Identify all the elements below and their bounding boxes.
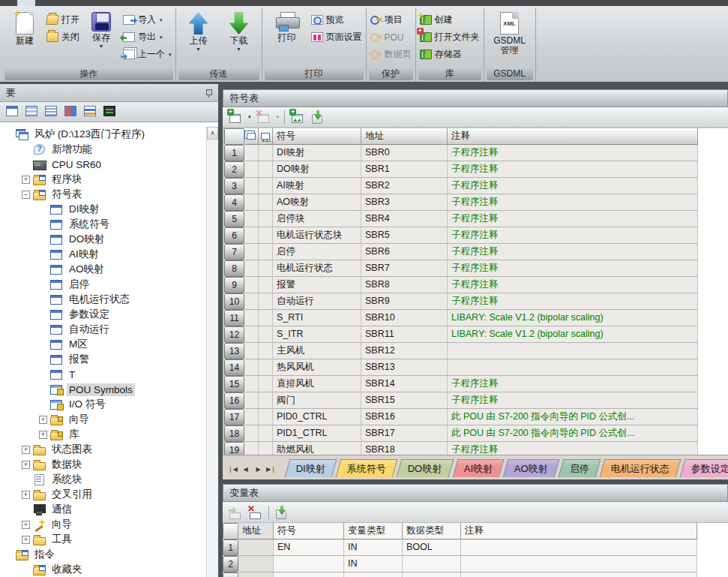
preview-button[interactable]: 预览: [311, 13, 362, 27]
symbol-cell[interactable]: 助燃风机: [273, 442, 361, 455]
symbol-table-tab[interactable]: AI映射: [452, 459, 504, 477]
comment-cell[interactable]: 子程序注释: [448, 244, 698, 260]
save-dropdown-arrow[interactable]: ▼: [99, 44, 104, 49]
address-cell[interactable]: SBR14: [361, 376, 448, 392]
symbol-cell[interactable]: S_ITR: [273, 326, 361, 343]
address-cell[interactable]: SBR2: [361, 178, 448, 194]
address-cell[interactable]: SBR7: [361, 260, 448, 277]
insert-row-icon[interactable]: [228, 506, 243, 519]
symbol-flag-cell[interactable]: [259, 178, 273, 194]
row-number[interactable]: 9: [224, 277, 244, 293]
comment-cell[interactable]: 子程序注释: [448, 392, 698, 409]
symbol-flag-cell[interactable]: [259, 310, 273, 326]
tree-scrollbar[interactable]: ∧: [206, 127, 218, 577]
comment-cell[interactable]: 子程序注释: [448, 227, 698, 244]
symbol-flag-cell[interactable]: [244, 227, 259, 244]
print-button[interactable]: 打印: [266, 10, 308, 43]
symbol-cell[interactable]: 电机运行状态: [273, 260, 361, 277]
symbol-cell[interactable]: 电机运行状态块: [273, 227, 361, 244]
pin-icon[interactable]: [205, 89, 212, 98]
address-cell[interactable]: SBR18: [361, 442, 448, 455]
expand-plus-icon[interactable]: +: [39, 431, 47, 439]
collapse-minus-icon[interactable]: −: [22, 191, 30, 199]
tab-last-button[interactable]: ▶❘: [265, 463, 277, 476]
address-cell[interactable]: SBR1: [361, 161, 448, 178]
download-dropdown-arrow[interactable]: ▼: [236, 47, 241, 52]
address-cell[interactable]: SBR17: [361, 425, 448, 442]
var-type-cell[interactable]: IN: [344, 539, 403, 556]
tree-item[interactable]: +向导: [0, 517, 218, 532]
comment-cell[interactable]: 子程序注释: [448, 194, 698, 211]
tab-previous-button[interactable]: ◀: [240, 463, 251, 476]
symbol-flag-cell[interactable]: [244, 425, 259, 442]
symbol-flag-cell[interactable]: [244, 392, 259, 409]
tree-item[interactable]: 自动运行: [0, 322, 218, 337]
tree-item[interactable]: 报警: [0, 352, 218, 367]
symbol-flag-cell[interactable]: [259, 376, 273, 392]
tree-item[interactable]: DO映射: [0, 232, 218, 247]
address-cell[interactable]: [238, 556, 274, 572]
tree-item[interactable]: 系统符号: [0, 217, 218, 232]
symbol-flag-cell[interactable]: [244, 178, 259, 194]
comment-cell[interactable]: 子程序注释: [448, 260, 698, 277]
symbol-cell[interactable]: [274, 556, 344, 572]
tree-item[interactable]: 通信: [0, 502, 218, 517]
symbol-flag-cell[interactable]: [259, 359, 273, 376]
tree-item[interactable]: −符号表: [0, 187, 218, 202]
comment-cell[interactable]: [461, 539, 697, 556]
symbol-flag-cell[interactable]: [244, 343, 259, 359]
symbol-flag-cell[interactable]: [244, 310, 259, 326]
comment-cell[interactable]: 子程序注释: [448, 178, 698, 194]
symbol-cell[interactable]: DI映射: [273, 145, 361, 161]
apply-variable-changes-icon[interactable]: [274, 506, 289, 519]
comment-cell[interactable]: [448, 343, 698, 359]
row-number[interactable]: 15: [224, 376, 244, 392]
symbol-table-tab[interactable]: DI映射: [285, 459, 337, 477]
expand-plus-icon[interactable]: +: [22, 536, 30, 544]
comment-cell[interactable]: 子程序注释: [448, 442, 698, 455]
var-type-cell[interactable]: [344, 572, 403, 577]
symbol-cell[interactable]: 自动运行: [273, 293, 361, 310]
status-chart-shortcut-icon[interactable]: [43, 105, 58, 119]
symbol-cell[interactable]: 启停: [273, 244, 361, 260]
symbol-table-tab[interactable]: DO映射: [397, 459, 454, 477]
symbol-cell[interactable]: 启停块: [273, 211, 361, 227]
tree-item[interactable]: 收藏夹: [0, 562, 218, 577]
symbol-table-tab[interactable]: AO映射: [502, 459, 559, 477]
upload-button[interactable]: 上传 ▼: [180, 10, 217, 52]
comment-cell[interactable]: LIBARY: Scale V1.2 (bipolar scaling): [448, 326, 698, 343]
symbol-flag-cell[interactable]: [259, 343, 273, 359]
symbol-flag-cell[interactable]: [244, 194, 259, 211]
comment-cell[interactable]: 子程序注释: [448, 145, 698, 161]
address-cell[interactable]: SBR9: [361, 293, 448, 310]
symbol-table-tab[interactable]: 启停: [558, 459, 601, 477]
gsdml-manage-button[interactable]: XML GSDML管理: [488, 10, 532, 56]
data-block-shortcut-icon[interactable]: [63, 105, 78, 119]
row-number[interactable]: 5: [224, 211, 244, 227]
symbol-flag-cell[interactable]: [259, 293, 273, 310]
symbol-cell[interactable]: 主风机: [273, 343, 361, 359]
comment-cell[interactable]: 此 POU 由 S7-200 指令向导的 PID 公式创...: [448, 409, 698, 425]
tree-item[interactable]: T: [0, 367, 218, 382]
import-button[interactable]: 导入▾: [123, 13, 172, 27]
symbol-flag-cell[interactable]: [244, 277, 259, 293]
symbol-flag-cell[interactable]: [259, 442, 273, 455]
tree-item[interactable]: POU Symbols: [0, 382, 218, 397]
open-button[interactable]: 打开: [46, 13, 79, 27]
symbol-flag-cell[interactable]: [259, 161, 273, 178]
insert-table-icon[interactable]: +: [228, 110, 243, 124]
row-number[interactable]: 19: [224, 442, 244, 455]
comment-cell[interactable]: 子程序注释: [448, 211, 698, 227]
tree-item[interactable]: +状态图表: [0, 442, 218, 457]
symbol-flag-cell[interactable]: [244, 409, 259, 425]
symbol-flag-cell[interactable]: [259, 244, 273, 260]
tree-item[interactable]: AI映射: [0, 247, 218, 262]
row-number[interactable]: 7: [224, 244, 244, 260]
row-number[interactable]: 14: [224, 359, 244, 376]
row-number[interactable]: 11: [224, 310, 244, 326]
delete-row-icon[interactable]: ✕: [248, 506, 263, 519]
row-number[interactable]: 1: [223, 539, 238, 556]
tree-item[interactable]: +交叉引用: [0, 487, 218, 502]
tree-item[interactable]: M区: [0, 337, 218, 352]
symbol-flag-cell[interactable]: [259, 194, 273, 211]
